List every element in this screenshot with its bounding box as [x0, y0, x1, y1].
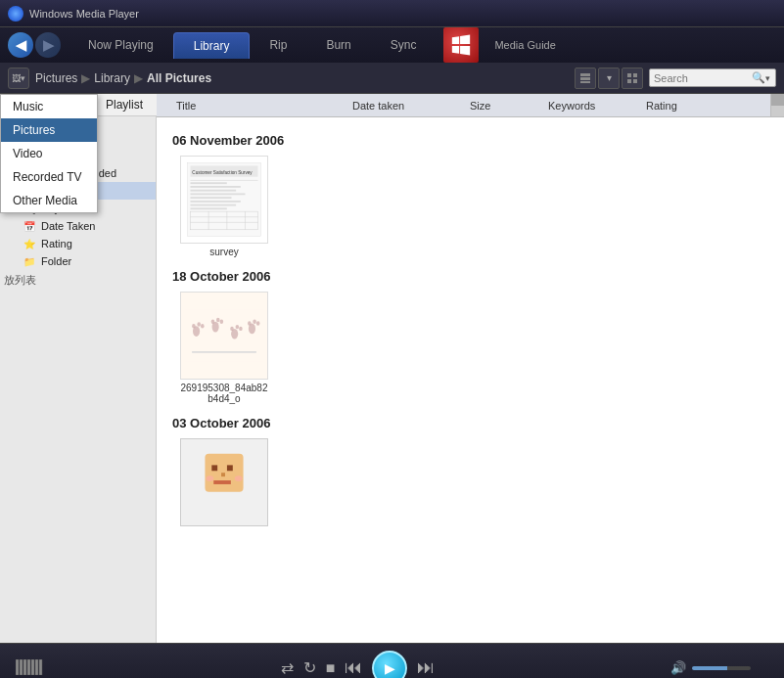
svg-rect-55	[27, 659, 30, 675]
volume-icon[interactable]: 🔊	[670, 660, 686, 675]
svg-rect-16	[190, 197, 231, 199]
svg-point-28	[192, 324, 196, 328]
transport-bar: ⇄ ↻ ■ ⏮ ▶ ⏭ 🔊	[0, 643, 784, 678]
breadcrumb-pictures[interactable]: Pictures	[35, 71, 77, 85]
svg-rect-53	[20, 659, 23, 675]
breadcrumb-current[interactable]: All Pictures	[147, 71, 211, 85]
thumb-image3[interactable]	[180, 438, 268, 529]
title-text: Windows Media Player	[29, 8, 139, 20]
dropdown-item-music[interactable]: Music	[1, 95, 97, 118]
svg-point-40	[248, 321, 252, 325]
play-button[interactable]: ▶	[372, 651, 407, 679]
nav-tabs-row: ◀ ▶ Now Playing Library Rip Burn Sync Me…	[0, 27, 784, 63]
addr-dropdown-btn[interactable]: 🖼▾	[8, 68, 29, 89]
svg-rect-58	[39, 659, 42, 675]
address-bar: 🖼▾ Pictures ▶ Library ▶ All Pictures ▾ 🔍…	[0, 63, 784, 94]
thumb-survey[interactable]: Customer Satisfaction Survey	[180, 156, 268, 257]
svg-point-33	[216, 318, 220, 322]
col-title[interactable]: Title	[176, 100, 352, 112]
media-guide-button[interactable]: Media Guide	[486, 39, 563, 51]
next-button[interactable]: ⏭	[417, 657, 435, 678]
svg-point-41	[253, 320, 256, 324]
tab-now-playing[interactable]: Now Playing	[69, 32, 173, 58]
sidebar-icon-rating: ⭐	[23, 239, 37, 249]
svg-rect-49	[213, 480, 231, 484]
col-date[interactable]: Date taken	[352, 100, 470, 112]
app-icon	[8, 6, 23, 22]
sidebar-label-folder: Folder	[41, 255, 71, 267]
back-button[interactable]: ◀	[8, 32, 33, 58]
thumb-label-survey: survey	[209, 247, 238, 257]
svg-rect-18	[190, 204, 236, 206]
thumb-img-image3	[180, 438, 268, 526]
breadcrumb-sep2: ▶	[134, 71, 143, 85]
svg-rect-56	[31, 659, 34, 675]
sidebar-item-folder[interactable]: 📁 Folder	[0, 252, 156, 270]
sidebar-icon-date-taken: 📅	[23, 221, 37, 232]
tab-rip[interactable]: Rip	[250, 32, 306, 58]
prev-button[interactable]: ⏮	[345, 657, 362, 678]
view-buttons: ▾	[575, 68, 643, 89]
sidebar-item-playlist-cn: 放列表	[0, 270, 156, 291]
svg-rect-15	[190, 193, 245, 195]
dropdown-item-recorded-tv[interactable]: Recorded TV	[1, 165, 97, 189]
breadcrumb-library[interactable]: Library	[94, 71, 130, 85]
piano-keys-area	[16, 659, 45, 677]
fwd-button[interactable]: ▶	[35, 32, 61, 58]
search-dropdown-icon[interactable]: ▾	[765, 73, 770, 83]
svg-point-37	[236, 325, 240, 329]
breadcrumb-sep1: ▶	[81, 71, 90, 85]
tab-library[interactable]: Library	[173, 32, 251, 59]
svg-point-50	[206, 475, 213, 481]
windows-logo-icon	[450, 34, 472, 56]
volume-slider[interactable]	[692, 666, 751, 670]
svg-rect-57	[35, 659, 38, 675]
svg-rect-52	[16, 659, 19, 675]
dropdown-item-other-media[interactable]: Other Media	[1, 189, 97, 212]
sidebar-icon-folder: 📁	[23, 256, 37, 267]
col-rating[interactable]: Rating	[646, 100, 724, 112]
sidebar-item-date-taken[interactable]: 📅 Date Taken	[0, 217, 156, 235]
sidebar-item-rating[interactable]: ⭐ Rating	[0, 235, 156, 252]
thumb-img-image2	[180, 292, 268, 380]
thumb-img-survey: Customer Satisfaction Survey	[180, 156, 268, 244]
windows-logo-button[interactable]	[443, 27, 479, 63]
tab-sync[interactable]: Sync	[371, 32, 437, 58]
view-detail-btn[interactable]	[575, 68, 596, 89]
sidebar-label-date-taken: Date Taken	[41, 220, 95, 232]
svg-point-42	[256, 321, 260, 325]
col-size[interactable]: Size	[470, 100, 548, 112]
svg-rect-1	[580, 77, 590, 80]
svg-rect-47	[227, 465, 233, 471]
dropdown-item-pictures[interactable]: Pictures	[1, 118, 97, 142]
thumb-image2[interactable]: 269195308_84ab82b4d4_o	[180, 292, 268, 404]
dropdown-item-video[interactable]: Video	[1, 142, 97, 165]
tab-burn[interactable]: Burn	[306, 32, 370, 58]
view-dropdown-btn[interactable]: ▾	[598, 68, 620, 89]
scrollbar-thumb-top[interactable]	[771, 94, 784, 106]
shuffle-button[interactable]: ⇄	[281, 658, 294, 677]
svg-rect-43	[192, 351, 256, 353]
col-header: Title Date taken Size Keywords Rating	[157, 94, 784, 117]
playlist-label: Playlist	[98, 94, 157, 116]
col-keywords[interactable]: Keywords	[548, 100, 646, 112]
repeat-button[interactable]: ↻	[303, 658, 316, 677]
title-bar: Windows Media Player	[0, 0, 784, 27]
sidebar-label-rating: Rating	[41, 238, 72, 249]
dropdown-menu: Music Pictures Video Recorded TV Other M…	[0, 94, 98, 213]
svg-rect-14	[190, 190, 236, 192]
svg-rect-54	[23, 659, 26, 675]
svg-point-30	[201, 324, 205, 328]
main-area: Music Pictures Video Recorded TV Other M…	[0, 94, 784, 643]
svg-rect-4	[633, 73, 637, 77]
piano-keys-icon	[16, 659, 43, 675]
search-icon[interactable]: 🔍	[752, 71, 765, 84]
volume-control: 🔊	[670, 660, 768, 675]
view-grid-btn[interactable]	[622, 68, 643, 89]
svg-rect-5	[627, 79, 631, 83]
svg-point-51	[235, 475, 243, 481]
stop-button[interactable]: ■	[326, 659, 336, 677]
svg-point-32	[211, 320, 215, 324]
group-1-thumbs: Customer Satisfaction Survey	[172, 156, 768, 257]
search-input[interactable]	[654, 72, 752, 84]
